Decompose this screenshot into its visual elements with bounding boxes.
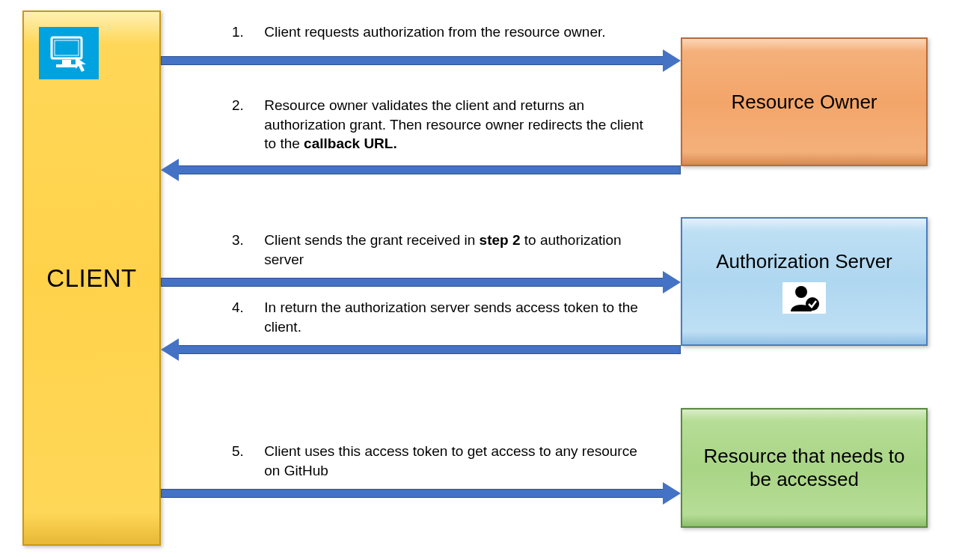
step-4-text: In return the authorization server sends… bbox=[264, 298, 638, 336]
authorization-server-label: Authorization Server bbox=[716, 250, 892, 273]
client-label: CLIENT bbox=[46, 264, 136, 293]
authorization-server-box: Authorization Server bbox=[681, 217, 928, 346]
resource-owner-label: Resource Owner bbox=[731, 91, 877, 114]
step-5-num: 5. bbox=[232, 442, 260, 461]
step-5-text: Client uses this access token to get acc… bbox=[264, 442, 638, 480]
arrow-3-right bbox=[161, 276, 681, 289]
arrow-2-left bbox=[161, 163, 681, 177]
resource-box: Resource that needs to be accessed bbox=[681, 408, 928, 528]
svg-rect-3 bbox=[56, 64, 77, 67]
svg-point-5 bbox=[795, 286, 807, 298]
step-2: 2. Resource owner validates the client a… bbox=[232, 96, 666, 153]
step-3-text: Client sends the grant received in step … bbox=[264, 231, 638, 269]
step-4-num: 4. bbox=[232, 298, 260, 317]
computer-icon bbox=[39, 27, 99, 79]
resource-owner-box: Resource Owner bbox=[681, 37, 928, 166]
step-1: 1. Client requests authorization from th… bbox=[232, 22, 651, 42]
arrow-1-right bbox=[161, 54, 681, 67]
resource-label: Resource that needs to be accessed bbox=[694, 445, 914, 491]
step-1-text: Client requests authorization from the r… bbox=[264, 22, 638, 42]
svg-point-6 bbox=[806, 297, 819, 311]
step-2-text: Resource owner validates the client and … bbox=[264, 96, 653, 153]
arrow-5-right bbox=[161, 487, 681, 500]
svg-rect-1 bbox=[55, 40, 79, 55]
svg-rect-2 bbox=[62, 60, 71, 64]
step-3-num: 3. bbox=[232, 231, 260, 250]
step-2-num: 2. bbox=[232, 96, 260, 115]
step-5: 5. Client uses this access token to get … bbox=[232, 442, 651, 480]
step-4: 4. In return the authorization server se… bbox=[232, 298, 651, 336]
user-check-icon bbox=[783, 282, 826, 314]
arrow-4-left bbox=[161, 343, 681, 356]
step-3: 3. Client sends the grant received in st… bbox=[232, 231, 651, 269]
client-box: CLIENT bbox=[22, 10, 161, 546]
step-1-num: 1. bbox=[232, 22, 260, 42]
